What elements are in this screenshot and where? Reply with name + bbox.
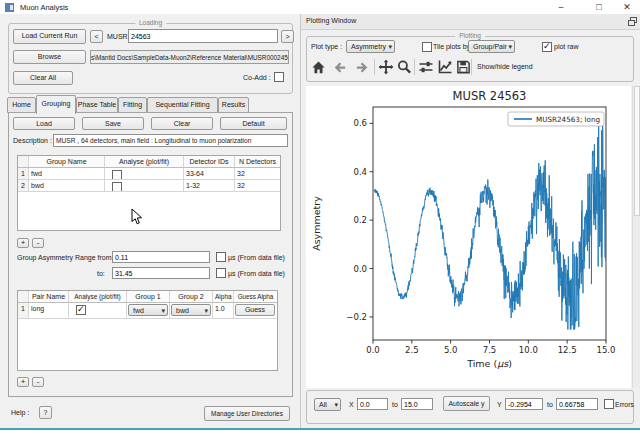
range-from-input[interactable]: [112, 251, 210, 263]
add-group-button[interactable]: +: [17, 238, 29, 248]
analyse-checkbox[interactable]: [112, 170, 122, 179]
subplots-config-icon[interactable]: [418, 59, 434, 75]
row-number: 1: [18, 303, 29, 318]
guess-alpha-cell[interactable]: Guess: [234, 303, 277, 318]
range-to-label: to:: [97, 270, 105, 277]
maximize-button[interactable]: □: [589, 1, 609, 13]
guess-button[interactable]: Guess: [235, 304, 275, 316]
chart-title: MUSR 24563: [453, 89, 527, 103]
n-detectors-cell[interactable]: 32: [235, 180, 280, 191]
y-from-input[interactable]: [505, 398, 543, 410]
plotting-window-titlebar[interactable]: Plotting Window: [301, 14, 640, 30]
zoom-icon[interactable]: [397, 59, 412, 75]
description-field[interactable]: MUSR , 64 detectors, main field : Longit…: [53, 134, 288, 147]
tab-results[interactable]: Results: [218, 97, 249, 113]
group-name-cell[interactable]: fwd: [29, 168, 105, 179]
home-icon[interactable]: [311, 60, 326, 75]
x-tick-label: 2.5: [405, 345, 419, 355]
previous-run-button[interactable]: <: [90, 30, 103, 43]
toolbar-separator: [471, 59, 472, 75]
grouping-clear-button[interactable]: Clear: [151, 117, 213, 130]
minimize-button[interactable]: –: [551, 1, 571, 13]
x-to-label: to: [392, 401, 398, 408]
tile-by-value: Group/Pair: [473, 43, 507, 50]
pan-icon[interactable]: [378, 59, 394, 75]
tile-by-select[interactable]: Group/Pair▾: [468, 40, 515, 53]
y-tick-label: 0.4: [353, 167, 367, 177]
range-from-file-checkbox[interactable]: [216, 252, 226, 262]
y-to-input[interactable]: [556, 398, 598, 410]
show-hide-legend-button[interactable]: Show/hide legend: [477, 63, 533, 70]
app-icon: [5, 3, 14, 12]
table-row[interactable]: 2 bwd 1-32 32: [18, 180, 280, 192]
x-tick-label: 5.0: [444, 345, 458, 355]
table-row[interactable]: 1 long fwd▾ bwd▾ 1.0 Guess: [18, 303, 277, 319]
pair-analyse-cell[interactable]: [69, 303, 127, 318]
n-detectors-cell[interactable]: 32: [235, 168, 280, 179]
x-from-input[interactable]: [357, 398, 388, 410]
scrollbar-thumb[interactable]: [634, 86, 640, 216]
remove-group-button[interactable]: -: [32, 238, 44, 248]
help-button[interactable]: ?: [39, 406, 52, 419]
group1-cell[interactable]: fwd▾: [127, 303, 170, 318]
remove-pair-button[interactable]: -: [32, 377, 44, 387]
tab-sequential-fitting[interactable]: Sequential Fitting: [147, 97, 218, 113]
group-table-header-name: Group Name: [29, 156, 105, 167]
add-pair-button[interactable]: +: [17, 377, 29, 387]
analyse-checkbox[interactable]: [112, 182, 122, 191]
vertical-scrollbar[interactable]: [632, 86, 640, 388]
next-run-button[interactable]: >: [281, 30, 294, 43]
group2-cell[interactable]: bwd▾: [170, 303, 213, 318]
plot-raw-checkbox[interactable]: [542, 42, 552, 52]
tab-phase-table[interactable]: Phase Table: [76, 97, 118, 113]
save-icon[interactable]: [456, 59, 471, 75]
window-title: Muon Analysis: [20, 3, 68, 12]
tile-plots-checkbox[interactable]: [422, 42, 432, 52]
back-icon[interactable]: [333, 60, 348, 75]
tab-home[interactable]: Home: [7, 97, 36, 113]
grouping-save-button[interactable]: Save: [82, 117, 144, 130]
range-to-input[interactable]: [112, 267, 210, 279]
autoscale-y-button[interactable]: Autoscale y: [443, 396, 490, 411]
close-button[interactable]: ✕: [617, 1, 637, 13]
tab-grouping[interactable]: Grouping: [36, 95, 76, 114]
tile-plots-label: Tile plots by:: [433, 43, 472, 50]
detector-ids-cell[interactable]: 33-64: [184, 168, 235, 179]
forward-icon[interactable]: [354, 60, 369, 75]
group1-select[interactable]: fwd▾: [128, 304, 168, 316]
range-to-file-checkbox[interactable]: [216, 268, 226, 278]
alpha-cell[interactable]: 1.0: [213, 303, 234, 318]
load-current-run-button[interactable]: Load Current Run: [13, 29, 86, 44]
pair-table[interactable]: Pair Name Analyse (plot/fit) Group 1 Gro…: [17, 290, 278, 371]
curve-scope-select[interactable]: All▾: [314, 398, 341, 411]
manage-user-directories-button[interactable]: Manage User Directories: [204, 406, 290, 421]
x-tick-label: 0.0: [366, 345, 380, 355]
analyse-cell[interactable]: [105, 180, 184, 191]
run-number-input[interactable]: [128, 29, 278, 43]
analyse-cell[interactable]: [105, 168, 184, 179]
asymmetry-plot[interactable]: 0.02.55.07.510.012.515.0−0.20.00.20.40.6…: [306, 86, 631, 388]
group-table[interactable]: Group Name Analyse (plot/fit) Detector I…: [17, 155, 281, 231]
coadd-checkbox[interactable]: [274, 72, 284, 82]
pair-analyse-checkbox[interactable]: [76, 305, 86, 315]
chevron-down-icon: ▾: [334, 399, 338, 411]
browse-button[interactable]: Browse: [13, 50, 86, 64]
pair-table-header-analyse: Analyse (plot/fit): [69, 291, 127, 302]
tab-fitting[interactable]: Fitting: [118, 97, 147, 113]
mouse-cursor: [131, 208, 143, 226]
range-to-unit-label: µs (From data file): [228, 270, 285, 277]
clear-all-button[interactable]: Clear All: [13, 71, 73, 85]
plot-type-select[interactable]: Asymmetry▾: [346, 40, 395, 53]
table-row[interactable]: 1 fwd 33-64 32: [18, 168, 280, 180]
x-to-input[interactable]: [401, 398, 433, 410]
float-window-icon[interactable]: [628, 17, 637, 26]
customize-plot-icon[interactable]: [437, 59, 453, 75]
errors-checkbox[interactable]: [604, 399, 614, 409]
grouping-load-button[interactable]: Load: [13, 117, 75, 130]
group-name-cell[interactable]: bwd: [29, 180, 105, 191]
group2-select[interactable]: bwd▾: [171, 304, 211, 316]
grouping-default-button[interactable]: Default: [220, 117, 287, 130]
detector-ids-cell[interactable]: 1-32: [184, 180, 235, 191]
pair-name-cell[interactable]: long: [29, 303, 69, 318]
x-tick-label: 7.5: [483, 345, 497, 355]
